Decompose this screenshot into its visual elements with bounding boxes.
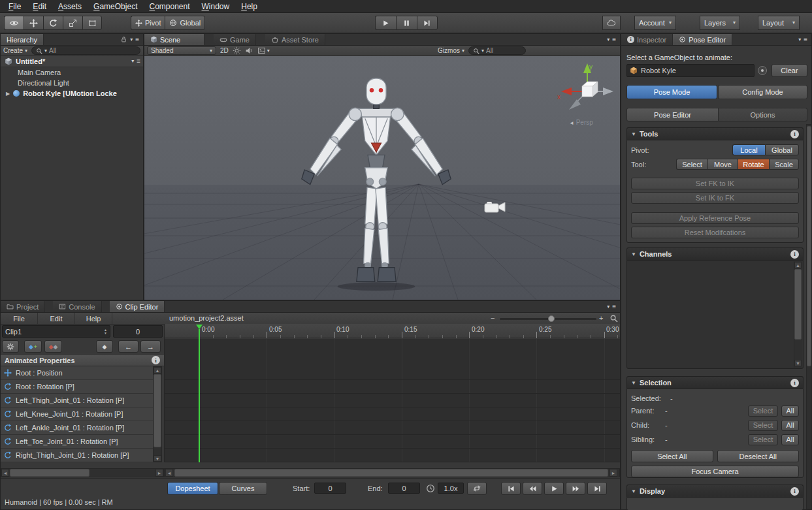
info-icon[interactable]: i <box>152 356 160 364</box>
sibling-all-button[interactable]: All <box>781 434 799 445</box>
pivot-local-button[interactable]: Local <box>732 144 765 155</box>
tab-pose-editor[interactable]: Pose Editor <box>673 34 732 45</box>
playhead-line[interactable] <box>199 329 200 462</box>
selection-section-header[interactable]: ▼ Selection i <box>626 376 804 389</box>
channels-section-header[interactable]: ▼ Channels i <box>626 247 804 260</box>
chevron-down-icon[interactable]: ▾ <box>130 37 133 42</box>
layout-dropdown[interactable]: Layout▾ <box>758 16 800 30</box>
chevron-down-icon[interactable]: ▾ <box>131 59 134 64</box>
shading-mode-dropdown[interactable]: Shaded▾ <box>147 46 216 55</box>
step-button[interactable] <box>417 16 438 30</box>
set-fk-to-ik-button[interactable]: Set FK to IK <box>631 178 799 189</box>
tab-game[interactable]: Game <box>214 34 256 45</box>
tab-scene[interactable]: Scene <box>144 34 204 45</box>
focus-camera-button[interactable]: Focus Camera <box>631 466 799 477</box>
sibling-select-button[interactable]: Select <box>748 434 778 445</box>
expand-icon[interactable]: ▶ <box>6 91 10 97</box>
pivot-global-button[interactable]: Global <box>765 144 799 155</box>
menu-component[interactable]: Component <box>143 1 195 12</box>
scene-audio-icon[interactable] <box>245 46 253 55</box>
deselect-all-button[interactable]: Deselect All <box>717 450 800 462</box>
scroll-up-button[interactable]: ▲ <box>154 367 161 374</box>
next-key-button[interactable]: → <box>140 340 161 353</box>
scene-viewport[interactable]: y x ◄ Persp <box>144 56 620 300</box>
hierarchy-item-robot-kyle[interactable]: ▶ Robot Kyle [UMotion Locke <box>1 88 143 99</box>
inspector-scrollbar-thumb[interactable] <box>807 126 811 366</box>
tab-inspector[interactable]: iInspector <box>621 34 673 45</box>
timeline-ruler[interactable]: 0:00 0:05 0:10 0:15 0:20 0:25 0:30 <box>165 324 620 338</box>
key-selected-button[interactable]: ◆ <box>96 340 113 353</box>
parent-select-button[interactable]: Select <box>748 406 778 417</box>
property-scrollbar-thumb[interactable] <box>154 374 161 447</box>
tab-hierarchy[interactable]: Hierarchy <box>1 34 44 45</box>
tab-asset-store[interactable]: Asset Store <box>265 34 325 45</box>
parent-all-button[interactable]: All <box>781 406 799 417</box>
display-section-header[interactable]: ▼ Display i <box>626 485 804 497</box>
clip-settings-button[interactable] <box>2 340 19 353</box>
global-toggle-button[interactable]: Global <box>165 16 205 30</box>
spinner-down-icon[interactable]: ▼ <box>104 332 107 335</box>
scale-tool-button[interactable] <box>63 16 82 30</box>
scroll-left-button[interactable]: ◄ <box>1 469 9 477</box>
rect-tool-button[interactable] <box>82 16 102 30</box>
scroll-right-button[interactable]: ► <box>155 469 163 477</box>
config-mode-button[interactable]: Config Mode <box>718 85 807 99</box>
tab-console[interactable]: Console <box>53 301 101 312</box>
hierarchy-item-directional-light[interactable]: Directional Light <box>1 78 143 88</box>
select-all-button[interactable]: Select All <box>631 450 713 462</box>
go-to-start-button[interactable] <box>501 482 521 495</box>
info-icon[interactable]: i <box>790 130 799 138</box>
scene-header-row[interactable]: Untitled* ▾≡ <box>1 56 143 67</box>
channels-scrollbar-thumb[interactable] <box>794 269 802 340</box>
loop-toggle-button[interactable] <box>467 482 487 495</box>
property-row[interactable]: Right_Thigh_Joint_01 : Rotation [P] <box>1 449 153 462</box>
clip-menu-edit[interactable]: Edit <box>38 313 75 324</box>
panel-menu-icon[interactable]: ≡ <box>135 37 139 43</box>
set-ik-to-fk-button[interactable]: Set IK to FK <box>631 192 799 204</box>
reset-modifications-button[interactable]: Reset Modifcations <box>631 227 799 238</box>
property-row[interactable]: Left_Knee_Joint_01 : Rotation [P] <box>1 407 153 421</box>
rotate-tool-button[interactable] <box>43 16 63 30</box>
subtab-options[interactable]: Options <box>719 108 807 121</box>
chevron-down-icon[interactable]: ▾ <box>607 304 609 310</box>
property-row[interactable]: Left_Ankle_Joint_01 : Rotation [P] <box>1 421 153 435</box>
panel-menu-icon[interactable]: ≡ <box>612 37 616 43</box>
panel-menu-icon[interactable]: ≡ <box>612 304 616 310</box>
2d-toggle[interactable]: 2D <box>220 47 229 54</box>
create-dropdown[interactable]: Create▾ <box>3 47 27 54</box>
play-clip-button[interactable] <box>544 482 564 495</box>
info-icon[interactable]: i <box>790 379 799 387</box>
menu-assets[interactable]: Assets <box>52 1 88 12</box>
dopesheet-tab[interactable]: Dopesheet <box>167 482 218 495</box>
zoom-in-icon[interactable]: + <box>599 314 603 322</box>
gizmos-dropdown[interactable]: Gizmos▾ <box>438 47 464 54</box>
tab-clip-editor[interactable]: Clip Editor <box>110 301 165 312</box>
playback-speed-field[interactable]: 1.0x <box>438 483 464 494</box>
tool-move-button[interactable]: Move <box>707 159 738 170</box>
timeline-pane[interactable]: 0:00 0:05 0:10 0:15 0:20 0:25 0:30 <box>164 324 620 462</box>
frame-field[interactable] <box>113 325 163 338</box>
go-to-end-button[interactable] <box>587 482 607 495</box>
robot-model[interactable] <box>285 76 468 291</box>
zoom-out-icon[interactable]: − <box>491 314 495 322</box>
pose-mode-button[interactable]: Pose Mode <box>626 85 717 99</box>
end-field[interactable] <box>388 483 420 494</box>
menu-gameobject[interactable]: GameObject <box>88 1 143 12</box>
channels-section-body[interactable]: ▲ ▼ <box>626 260 804 369</box>
orientation-gizmo[interactable]: y x <box>557 61 617 121</box>
scene-lighting-icon[interactable] <box>233 46 241 55</box>
property-row[interactable]: Root : Rotation [P] <box>1 380 153 394</box>
menu-file[interactable]: File <box>3 1 27 12</box>
move-tool-button[interactable] <box>24 16 43 30</box>
cloud-button[interactable] <box>602 16 621 30</box>
menu-help[interactable]: Help <box>235 1 263 12</box>
object-picker-button[interactable] <box>758 66 767 75</box>
pivot-toggle-button[interactable]: Pivot <box>131 16 165 30</box>
chevron-down-icon[interactable]: ▾ <box>607 37 609 42</box>
play-button[interactable] <box>375 16 396 30</box>
tools-section-header[interactable]: ▼ Tools i <box>626 127 804 140</box>
zoom-slider-thumb[interactable] <box>548 315 555 322</box>
apply-reference-pose-button[interactable]: Apply Reference Pose <box>631 212 799 224</box>
camera-gizmo-icon[interactable] <box>484 199 506 215</box>
property-row[interactable]: Left_Thigh_Joint_01 : Rotation [P] <box>1 394 153 407</box>
